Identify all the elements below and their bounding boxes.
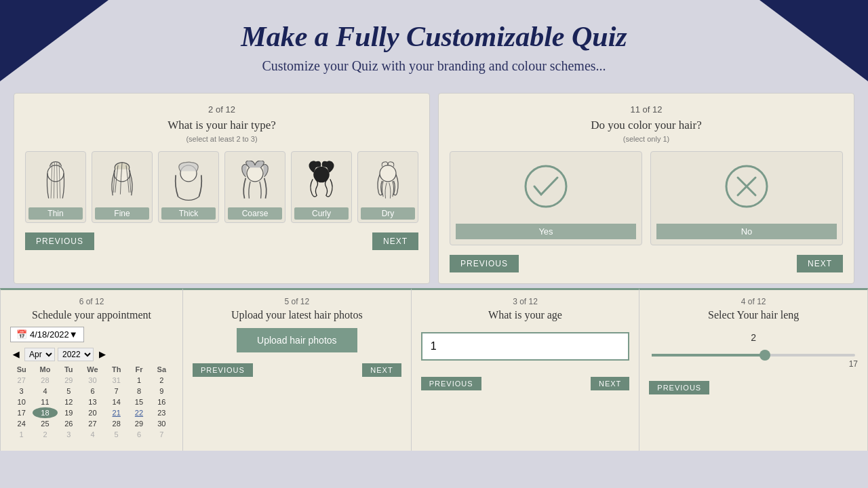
color-hair-card: 11 of 12 Do you color your hair? (select… xyxy=(438,93,854,284)
coarse-hair-icon xyxy=(231,157,279,205)
dropdown-arrow: ▼ xyxy=(69,329,78,340)
card2-prev-button[interactable]: PREVIOUS xyxy=(450,255,519,272)
calendar-grid: Su Mo Tu We Th Fr Sa 27 28 29 30 xyxy=(10,364,173,440)
cal-cell[interactable]: 2 xyxy=(151,375,173,386)
cal-cell[interactable]: 22 xyxy=(127,407,150,418)
card5-question: What is your age xyxy=(421,309,630,321)
page-header: Make a Fully Customizable Quiz Customize… xyxy=(0,0,868,87)
cal-day-sa: Sa xyxy=(151,364,173,375)
cal-cell[interactable]: 1 xyxy=(10,429,33,440)
cal-cell[interactable]: 13 xyxy=(80,396,105,407)
cal-cell[interactable]: 31 xyxy=(105,375,127,386)
card2-counter: 11 of 12 xyxy=(450,104,843,115)
cal-cell[interactable]: 17 xyxy=(10,407,33,418)
cal-cell[interactable]: 29 xyxy=(127,418,150,429)
card1-prev-button[interactable]: PREVIOUS xyxy=(25,232,94,250)
cal-cell[interactable]: 10 xyxy=(10,396,33,407)
cal-cell[interactable]: 3 xyxy=(10,386,33,396)
age-input[interactable] xyxy=(421,332,630,361)
card1-next-button[interactable]: NEXT xyxy=(372,232,418,250)
upload-card: 5 of 12 Upload your latest hair photos U… xyxy=(183,288,412,451)
cal-cell[interactable]: 9 xyxy=(151,386,173,396)
cal-cell[interactable]: 26 xyxy=(58,418,80,429)
svg-point-0 xyxy=(47,165,64,182)
card2-subtext: (select only 1) xyxy=(450,135,843,143)
cal-cell[interactable]: 1 xyxy=(127,375,150,386)
card6-prev-button[interactable]: PREVIOUS xyxy=(649,381,709,394)
cal-prev-btn[interactable]: ◀ xyxy=(10,350,22,359)
cal-cell[interactable]: 6 xyxy=(127,429,150,440)
cal-cell[interactable]: 6 xyxy=(80,386,105,396)
card5-prev-button[interactable]: PREVIOUS xyxy=(421,377,481,390)
slider-track[interactable] xyxy=(652,354,855,357)
hair-option-curly[interactable]: Curly xyxy=(291,151,352,223)
slider-labels: 17 xyxy=(649,359,858,369)
cal-cell[interactable]: 21 xyxy=(105,407,127,418)
svg-point-10 xyxy=(526,166,566,207)
calendar-widget: ◀ Apr 2022 ▶ Su Mo Tu We Th F xyxy=(10,348,173,440)
hair-option-fine[interactable]: Fine xyxy=(92,151,153,223)
cal-cell[interactable]: 28 xyxy=(105,418,127,429)
bottom-row: 6 of 12 Schedule your appointment 📅 4/18… xyxy=(0,288,868,451)
cal-cell[interactable]: 4 xyxy=(80,429,105,440)
hair-type-card: 2 of 12 What is your hair type? (select … xyxy=(14,93,430,284)
no-option[interactable]: No xyxy=(650,151,843,245)
card6-buttons: PREVIOUS xyxy=(649,381,858,394)
cal-cell[interactable]: 3 xyxy=(58,429,80,440)
yes-option[interactable]: Yes xyxy=(450,151,642,245)
cal-cell[interactable]: 7 xyxy=(151,429,173,440)
card1-counter: 2 of 12 xyxy=(25,104,418,115)
thin-hair-icon xyxy=(32,157,79,205)
date-picker[interactable]: 📅 4/18/2022 ▼ xyxy=(10,327,84,342)
cal-cell[interactable]: 12 xyxy=(58,396,80,407)
cal-cell[interactable]: 27 xyxy=(80,418,105,429)
card4-prev-button[interactable]: PREVIOUS xyxy=(193,363,253,377)
cal-day-we: We xyxy=(80,364,105,375)
month-select[interactable]: Apr xyxy=(24,348,55,361)
card4-next-button[interactable]: NEXT xyxy=(362,363,401,377)
top-row: 2 of 12 What is your hair type? (select … xyxy=(0,93,868,284)
cal-cell[interactable]: 30 xyxy=(80,375,105,386)
cal-cell[interactable]: 4 xyxy=(33,386,57,396)
cal-cell[interactable]: 2 xyxy=(33,429,57,440)
card6-question: Select Your hair leng xyxy=(649,309,858,321)
cal-cell[interactable]: 5 xyxy=(58,386,80,396)
year-select[interactable]: 2022 xyxy=(58,348,94,361)
hair-option-thin[interactable]: Thin xyxy=(25,151,86,223)
hair-option-coarse[interactable]: Coarse xyxy=(224,151,285,223)
cal-cell[interactable]: 30 xyxy=(151,418,173,429)
cal-cell[interactable]: 16 xyxy=(151,396,173,407)
hair-options-list: Thin Fine xyxy=(25,151,418,223)
cal-cell[interactable]: 8 xyxy=(127,386,150,396)
thick-hair-icon xyxy=(165,157,212,205)
dry-hair-icon xyxy=(364,157,412,205)
hair-option-thick[interactable]: Thick xyxy=(158,151,219,223)
cal-cell[interactable]: 23 xyxy=(151,407,173,418)
cal-cell-today[interactable]: 18 xyxy=(33,407,57,418)
card5-next-button[interactable]: NEXT xyxy=(591,377,629,390)
card5-buttons: PREVIOUS NEXT xyxy=(421,377,630,390)
cal-cell[interactable]: 24 xyxy=(10,418,33,429)
cal-cell[interactable]: 7 xyxy=(105,386,127,396)
card2-next-button[interactable]: NEXT xyxy=(797,255,843,272)
checkmark-icon xyxy=(456,163,636,218)
cal-cell[interactable]: 25 xyxy=(33,418,57,429)
cal-cell[interactable]: 27 xyxy=(10,375,33,386)
cal-cell[interactable]: 19 xyxy=(58,407,80,418)
cal-cell[interactable]: 20 xyxy=(80,407,105,418)
cal-day-su: Su xyxy=(10,364,33,375)
cal-cell[interactable]: 29 xyxy=(58,375,80,386)
slider-fill xyxy=(652,354,764,357)
date-value: 4/18/2022 xyxy=(30,329,69,340)
cal-next-btn[interactable]: ▶ xyxy=(96,350,108,359)
curly-label: Curly xyxy=(294,207,349,220)
cal-cell[interactable]: 28 xyxy=(33,375,57,386)
cal-cell[interactable]: 5 xyxy=(105,429,127,440)
coarse-label: Coarse xyxy=(228,207,282,220)
cal-cell[interactable]: 15 xyxy=(127,396,150,407)
cal-cell[interactable]: 14 xyxy=(105,396,127,407)
hair-option-dry[interactable]: Dry xyxy=(357,151,418,223)
cal-cell[interactable]: 11 xyxy=(33,396,57,407)
yes-label: Yes xyxy=(456,224,636,239)
upload-hair-photos-button[interactable]: Upload hair photos xyxy=(237,328,357,352)
